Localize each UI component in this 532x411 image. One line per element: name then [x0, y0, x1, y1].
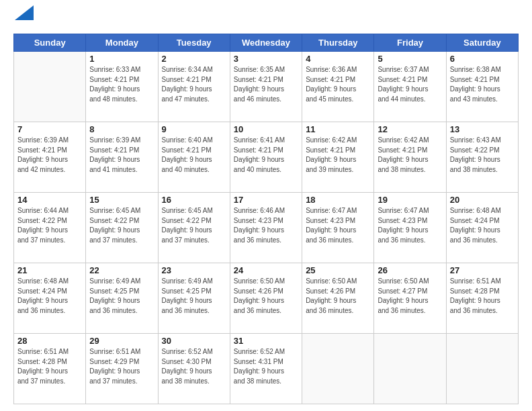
calendar-cell: 27Sunrise: 6:51 AMSunset: 4:28 PMDayligh… — [446, 263, 518, 334]
day-number: 10 — [234, 124, 298, 134]
day-info: Sunrise: 6:51 AMSunset: 4:28 PMDaylight:… — [17, 347, 82, 386]
day-number: 14 — [17, 195, 82, 205]
calendar-cell: 5Sunrise: 6:37 AMSunset: 4:21 PMDaylight… — [374, 52, 446, 122]
calendar-cell: 28Sunrise: 6:51 AMSunset: 4:28 PMDayligh… — [14, 334, 86, 404]
day-number: 2 — [162, 54, 226, 64]
calendar-cell: 6Sunrise: 6:38 AMSunset: 4:21 PMDaylight… — [446, 52, 518, 122]
calendar-day-header: Friday — [374, 34, 446, 52]
day-info: Sunrise: 6:38 AMSunset: 4:21 PMDaylight:… — [450, 65, 515, 104]
calendar-cell: 13Sunrise: 6:43 AMSunset: 4:22 PMDayligh… — [446, 122, 518, 193]
day-number: 28 — [17, 336, 82, 346]
calendar-cell — [446, 334, 518, 404]
day-number: 12 — [378, 124, 442, 134]
day-info: Sunrise: 6:46 AMSunset: 4:23 PMDaylight:… — [234, 206, 298, 245]
calendar-week-row: 21Sunrise: 6:48 AMSunset: 4:24 PMDayligh… — [14, 263, 519, 334]
calendar-cell: 31Sunrise: 6:52 AMSunset: 4:31 PMDayligh… — [230, 334, 302, 404]
calendar-cell: 8Sunrise: 6:39 AMSunset: 4:21 PMDaylight… — [86, 122, 158, 193]
calendar-cell: 12Sunrise: 6:42 AMSunset: 4:21 PMDayligh… — [374, 122, 446, 193]
day-number: 3 — [234, 54, 298, 64]
calendar-cell: 16Sunrise: 6:45 AMSunset: 4:22 PMDayligh… — [158, 193, 230, 263]
calendar-cell — [374, 334, 446, 404]
calendar-cell: 2Sunrise: 6:34 AMSunset: 4:21 PMDaylight… — [158, 52, 230, 122]
day-number: 30 — [162, 336, 226, 346]
day-number: 16 — [162, 195, 226, 205]
day-number: 6 — [450, 54, 515, 64]
calendar-cell: 24Sunrise: 6:50 AMSunset: 4:26 PMDayligh… — [230, 263, 302, 334]
day-info: Sunrise: 6:40 AMSunset: 4:21 PMDaylight:… — [162, 136, 226, 175]
calendar-cell: 7Sunrise: 6:39 AMSunset: 4:21 PMDaylight… — [14, 122, 86, 193]
calendar-day-header: Saturday — [446, 34, 518, 52]
day-number: 8 — [89, 124, 154, 134]
day-number: 17 — [234, 195, 298, 205]
svg-marker-0 — [15, 5, 34, 20]
day-number: 26 — [378, 265, 442, 275]
calendar-cell: 21Sunrise: 6:48 AMSunset: 4:24 PMDayligh… — [14, 263, 86, 334]
day-info: Sunrise: 6:44 AMSunset: 4:22 PMDaylight:… — [17, 206, 82, 245]
calendar-cell — [14, 52, 86, 122]
calendar-cell: 1Sunrise: 6:33 AMSunset: 4:21 PMDaylight… — [86, 52, 158, 122]
day-number: 29 — [89, 336, 154, 346]
logo — [13, 11, 34, 27]
page: SundayMondayTuesdayWednesdayThursdayFrid… — [0, 0, 532, 411]
day-info: Sunrise: 6:49 AMSunset: 4:25 PMDaylight:… — [89, 277, 154, 316]
day-info: Sunrise: 6:51 AMSunset: 4:29 PMDaylight:… — [89, 347, 154, 386]
day-info: Sunrise: 6:47 AMSunset: 4:23 PMDaylight:… — [378, 206, 442, 245]
day-info: Sunrise: 6:37 AMSunset: 4:21 PMDaylight:… — [378, 65, 442, 104]
day-number: 4 — [306, 54, 370, 64]
day-number: 31 — [234, 336, 298, 346]
calendar-cell: 3Sunrise: 6:35 AMSunset: 4:21 PMDaylight… — [230, 52, 302, 122]
calendar-day-header: Thursday — [302, 34, 374, 52]
day-number: 7 — [17, 124, 82, 134]
day-number: 23 — [162, 265, 226, 275]
day-number: 9 — [162, 124, 226, 134]
day-number: 1 — [89, 54, 154, 64]
calendar-header-row: SundayMondayTuesdayWednesdayThursdayFrid… — [14, 34, 519, 52]
calendar-day-header: Tuesday — [158, 34, 230, 52]
day-info: Sunrise: 6:45 AMSunset: 4:22 PMDaylight:… — [162, 206, 226, 245]
day-info: Sunrise: 6:39 AMSunset: 4:21 PMDaylight:… — [17, 136, 82, 175]
calendar-cell: 23Sunrise: 6:49 AMSunset: 4:25 PMDayligh… — [158, 263, 230, 334]
calendar-cell: 11Sunrise: 6:42 AMSunset: 4:21 PMDayligh… — [302, 122, 374, 193]
day-number: 19 — [378, 195, 442, 205]
day-info: Sunrise: 6:52 AMSunset: 4:30 PMDaylight:… — [162, 347, 226, 386]
day-number: 24 — [234, 265, 298, 275]
day-info: Sunrise: 6:39 AMSunset: 4:21 PMDaylight:… — [89, 136, 154, 175]
calendar-cell: 22Sunrise: 6:49 AMSunset: 4:25 PMDayligh… — [86, 263, 158, 334]
calendar-table: SundayMondayTuesdayWednesdayThursdayFrid… — [13, 34, 519, 404]
calendar-day-header: Sunday — [14, 34, 86, 52]
day-info: Sunrise: 6:45 AMSunset: 4:22 PMDaylight:… — [89, 206, 154, 245]
calendar-week-row: 1Sunrise: 6:33 AMSunset: 4:21 PMDaylight… — [14, 52, 519, 122]
day-info: Sunrise: 6:42 AMSunset: 4:21 PMDaylight:… — [378, 136, 442, 175]
day-info: Sunrise: 6:47 AMSunset: 4:23 PMDaylight:… — [306, 206, 370, 245]
calendar-week-row: 14Sunrise: 6:44 AMSunset: 4:22 PMDayligh… — [14, 193, 519, 263]
day-number: 20 — [450, 195, 515, 205]
day-number: 13 — [450, 124, 515, 134]
day-number: 18 — [306, 195, 370, 205]
day-number: 11 — [306, 124, 370, 134]
calendar-cell: 9Sunrise: 6:40 AMSunset: 4:21 PMDaylight… — [158, 122, 230, 193]
calendar-day-header: Wednesday — [230, 34, 302, 52]
day-info: Sunrise: 6:52 AMSunset: 4:31 PMDaylight:… — [234, 347, 298, 386]
day-number: 22 — [89, 265, 154, 275]
day-info: Sunrise: 6:34 AMSunset: 4:21 PMDaylight:… — [162, 65, 226, 104]
day-info: Sunrise: 6:50 AMSunset: 4:26 PMDaylight:… — [234, 277, 298, 316]
day-info: Sunrise: 6:36 AMSunset: 4:21 PMDaylight:… — [306, 65, 370, 104]
calendar-cell: 25Sunrise: 6:50 AMSunset: 4:26 PMDayligh… — [302, 263, 374, 334]
calendar-cell: 19Sunrise: 6:47 AMSunset: 4:23 PMDayligh… — [374, 193, 446, 263]
logo-icon — [15, 5, 34, 20]
calendar-cell: 18Sunrise: 6:47 AMSunset: 4:23 PMDayligh… — [302, 193, 374, 263]
day-info: Sunrise: 6:51 AMSunset: 4:28 PMDaylight:… — [450, 277, 515, 316]
day-info: Sunrise: 6:50 AMSunset: 4:26 PMDaylight:… — [306, 277, 370, 316]
calendar-cell: 14Sunrise: 6:44 AMSunset: 4:22 PMDayligh… — [14, 193, 86, 263]
calendar-week-row: 7Sunrise: 6:39 AMSunset: 4:21 PMDaylight… — [14, 122, 519, 193]
day-info: Sunrise: 6:42 AMSunset: 4:21 PMDaylight:… — [306, 136, 370, 175]
calendar-cell: 26Sunrise: 6:50 AMSunset: 4:27 PMDayligh… — [374, 263, 446, 334]
calendar-cell — [302, 334, 374, 404]
day-number: 15 — [89, 195, 154, 205]
calendar-cell: 20Sunrise: 6:48 AMSunset: 4:24 PMDayligh… — [446, 193, 518, 263]
day-info: Sunrise: 6:50 AMSunset: 4:27 PMDaylight:… — [378, 277, 442, 316]
header — [13, 11, 519, 27]
day-info: Sunrise: 6:49 AMSunset: 4:25 PMDaylight:… — [162, 277, 226, 316]
day-number: 25 — [306, 265, 370, 275]
calendar-cell: 10Sunrise: 6:41 AMSunset: 4:21 PMDayligh… — [230, 122, 302, 193]
